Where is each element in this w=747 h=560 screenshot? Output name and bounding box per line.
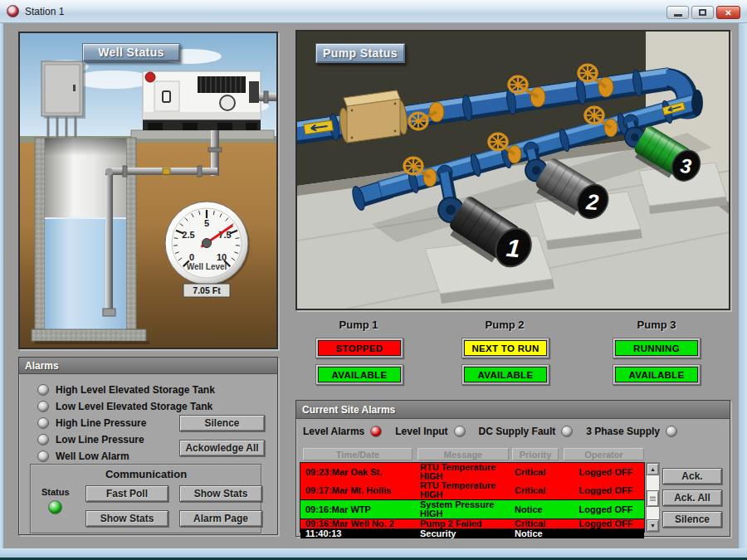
client-area: 0 2.5 5 7.5 10 Well Level 7.05 Ft xyxy=(3,23,739,548)
alarm-lamp xyxy=(37,434,49,446)
indicator-label: DC Supply Fault xyxy=(479,426,556,437)
silence-button-site[interactable]: Silence xyxy=(662,511,722,528)
alarms-panel: Alarms High Level Elevated Storage Tank … xyxy=(18,357,278,535)
svg-text:0: 0 xyxy=(189,252,194,262)
alarm-row[interactable]: 09:17:Mar Mt. HollisRTU Temperature HIGH… xyxy=(300,481,644,499)
ack-button[interactable]: Ack. xyxy=(662,468,722,485)
scrollbar-track[interactable] xyxy=(647,475,659,519)
app-icon xyxy=(7,5,19,17)
close-button[interactable]: ✕ xyxy=(716,6,740,19)
titlebar: Station 1 ✕ xyxy=(0,0,747,23)
alarm-lamp xyxy=(37,384,49,396)
well-status-badge[interactable]: Well Status xyxy=(82,43,180,61)
pump-1-number: 1 xyxy=(505,234,522,262)
site-alarms-panel: Current Site Alarms Level Alarms Level I… xyxy=(295,400,730,537)
pump-2-status-box: NEXT TO RUN xyxy=(461,338,549,358)
ack-all-button[interactable]: Ack. All xyxy=(662,489,722,506)
window-border-right xyxy=(739,23,747,558)
close-icon: ✕ xyxy=(725,8,731,17)
three-phase-supply-lamp xyxy=(666,426,677,437)
well-level-readout: 7.05 Ft xyxy=(183,284,230,297)
pump-1-label: Pump 1 xyxy=(321,319,396,331)
pump-3-status-box: RUNNING xyxy=(613,338,701,358)
site-alarms-title: Current Site Alarms xyxy=(296,401,730,419)
alarm-row[interactable]: 09:16:Mar Well No. 2Pump 2 FailedCritica… xyxy=(300,519,644,528)
level-alarms-lamp xyxy=(370,426,382,437)
pump-1-status-box: STOPPED xyxy=(315,338,403,358)
alarm-item: Low Line Pressure xyxy=(37,433,144,446)
svg-text:2.5: 2.5 xyxy=(182,230,194,240)
scroll-up-icon[interactable]: ▲ xyxy=(647,463,659,475)
pump-2-number: 2 xyxy=(584,189,600,215)
alarm-lamp xyxy=(37,417,49,429)
column-header-operator[interactable]: Operator xyxy=(564,448,644,460)
pump-3-label: Pump 3 xyxy=(619,319,694,331)
column-header-time[interactable]: Time/Date xyxy=(303,448,413,460)
dc-supply-fault-lamp xyxy=(561,426,573,437)
generator xyxy=(143,71,276,130)
svg-text:10: 10 xyxy=(217,252,227,262)
alarm-scrollbar[interactable]: ▲ ▼ xyxy=(646,462,660,533)
generator-pad xyxy=(131,130,274,139)
show-stats-button-top[interactable]: Show Stats xyxy=(179,485,262,502)
scrollbar-thumb[interactable] xyxy=(647,490,659,507)
comm-status-lamp xyxy=(48,500,62,514)
svg-text:5: 5 xyxy=(204,218,209,228)
scroll-down-icon[interactable]: ▼ xyxy=(647,519,659,532)
alarm-lamp xyxy=(37,401,49,412)
well-status-panel: 0 2.5 5 7.5 10 Well Level 7.05 Ft xyxy=(18,32,278,349)
alarm-row[interactable]: 09:23:Mar Oak St.RTU Temperature HIGHCri… xyxy=(300,463,644,481)
window: Station 1 ✕ xyxy=(0,0,747,560)
pump-scene: 1 2 xyxy=(297,32,729,309)
comm-status-label: Status xyxy=(42,487,70,497)
alarm-item: Well Low Alarm xyxy=(37,450,129,463)
communication-title: Communication xyxy=(32,468,261,480)
pump-status-badge[interactable]: Pump Status xyxy=(315,43,405,63)
window-title: Station 1 xyxy=(25,6,64,17)
svg-text:7.05 Ft: 7.05 Ft xyxy=(193,285,221,295)
level-input-lamp xyxy=(454,426,466,437)
pump-2-availability-box: AVAILABLE xyxy=(461,364,549,385)
pipe-fitting xyxy=(163,168,170,174)
gauge-label: Well Level xyxy=(187,262,227,271)
alarm-row[interactable]: 11:40:13SecurityNotice xyxy=(300,528,644,538)
alarm-item: High Level Elevated Storage Tank xyxy=(37,383,215,397)
pump-3-availability-box: AVAILABLE xyxy=(613,364,701,385)
indicator-label: Level Input xyxy=(395,426,447,437)
silence-button[interactable]: Silence xyxy=(179,415,265,431)
generator-logo-icon xyxy=(145,72,155,82)
alarm-item: Low Level Elevated Storage Tank xyxy=(37,400,212,413)
maximize-icon xyxy=(699,9,706,16)
well-scene: 0 2.5 5 7.5 10 Well Level 7.05 Ft xyxy=(20,33,276,348)
alarm-list: 09:23:Mar Oak St.RTU Temperature HIGHCri… xyxy=(300,462,645,533)
communication-group: Communication Status Fast Poll Show Stat… xyxy=(30,464,262,534)
indicator-label: 3 Phase Supply xyxy=(586,426,660,437)
show-stats-button-bottom[interactable]: Show Stats xyxy=(85,510,168,527)
pump-2-label: Pump 2 xyxy=(467,319,542,331)
indicator-label: Level Alarms xyxy=(303,426,364,437)
column-header-priority[interactable]: Priority xyxy=(512,448,559,460)
window-border-bottom xyxy=(0,548,747,558)
alarms-panel-title: Alarms xyxy=(19,358,277,374)
alarm-item: High Line Pressure xyxy=(37,416,146,430)
alarm-page-button[interactable]: Alarm Page xyxy=(179,510,262,527)
site-alarm-indicators: Level Alarms Level Input DC Supply Fault… xyxy=(303,426,677,437)
maximize-button[interactable] xyxy=(691,6,714,19)
alarm-lamp xyxy=(37,450,49,462)
pump-status-panel: 1 2 xyxy=(295,30,730,310)
pump-1-availability-box: AVAILABLE xyxy=(315,364,403,385)
alarm-row[interactable]: 09:16:Mar WTPSystem Pressure HIGHNoticeL… xyxy=(300,499,644,519)
minimize-button[interactable] xyxy=(666,6,689,19)
fast-poll-button[interactable]: Fast Poll xyxy=(85,485,168,502)
minimize-icon xyxy=(674,14,682,17)
column-header-message[interactable]: Message xyxy=(417,448,509,460)
check-valve xyxy=(338,90,409,144)
acknowledge-all-button[interactable]: Ackowledge All xyxy=(179,440,265,456)
